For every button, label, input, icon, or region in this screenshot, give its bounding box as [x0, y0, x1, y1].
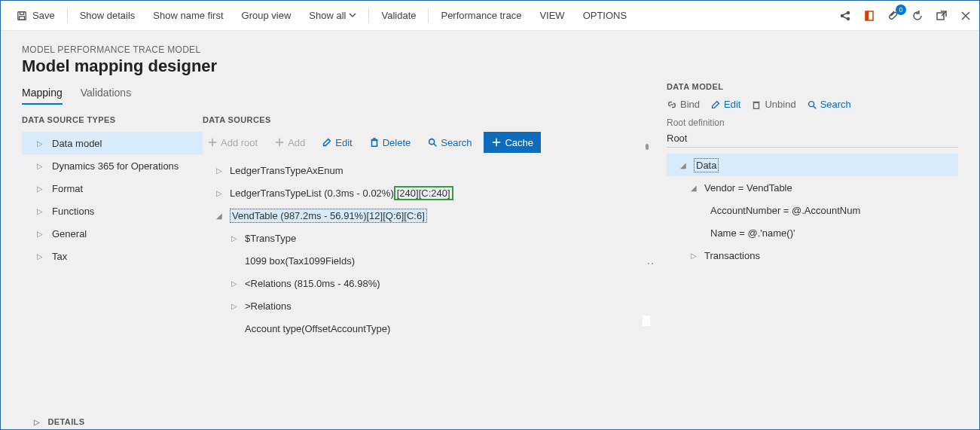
chevron-right-icon: ▷ — [215, 189, 224, 197]
chevron-right-icon: ▷ — [215, 166, 224, 175]
svg-rect-2 — [20, 16, 25, 19]
show-name-first-button[interactable]: Show name first — [144, 1, 232, 31]
splitter-handle[interactable]: ⋮ — [651, 258, 653, 269]
dm-edit-button[interactable]: Edit — [710, 99, 740, 110]
view-button[interactable]: VIEW — [530, 1, 573, 31]
rootdef-label: Root definition — [667, 117, 958, 128]
attachments-icon[interactable]: 0 — [886, 8, 901, 23]
types-header: DATA SOURCE TYPES — [22, 115, 203, 124]
chevron-down-icon: ◢ — [215, 212, 224, 220]
dm-row[interactable]: ▷Transactions — [667, 244, 958, 267]
tree-row[interactable]: ▷<Relations (815.0ms - 46.98%) — [203, 272, 653, 294]
save-label: Save — [32, 10, 55, 21]
dm-row[interactable]: ◢Vendor = VendTable — [667, 176, 958, 199]
tree-row[interactable]: ▷$TransType — [203, 227, 653, 249]
search-button[interactable] — [636, 1, 654, 31]
unbind-button[interactable]: Unbind — [751, 99, 795, 110]
save-button[interactable]: Save — [7, 1, 64, 31]
chevron-down-icon: ◢ — [679, 161, 688, 169]
svg-rect-19 — [371, 140, 377, 146]
chevron-right-icon: ▷ — [230, 302, 239, 310]
performance-trace-button[interactable]: Performance trace — [432, 1, 530, 31]
chevron-right-icon: ▷ — [230, 234, 239, 242]
top-toolbar: Save Show details Show name first Group … — [1, 1, 979, 31]
sources-tree: ▷LedgerTransTypeAxEnum ▷LedgerTransTypeL… — [203, 159, 653, 340]
office-icon[interactable] — [862, 8, 877, 23]
refresh-icon[interactable] — [910, 8, 925, 23]
dm-row[interactable]: Name = @.'name()' — [667, 221, 958, 244]
chevron-right-icon: ▷ — [37, 230, 44, 238]
show-details-button[interactable]: Show details — [71, 1, 145, 31]
save-icon — [16, 10, 28, 22]
svg-rect-26 — [754, 102, 759, 108]
tree-row[interactable]: 1099 box(Tax1099Fields) — [203, 249, 653, 272]
chevron-right-icon: ▷ — [37, 162, 44, 170]
page-title: Model mapping designer — [22, 56, 961, 76]
breadcrumb: MODEL PERFORMANCE TRACE MODEL — [22, 44, 961, 55]
trace-highlight: [240][C:240] — [394, 186, 453, 200]
svg-line-8 — [843, 13, 847, 15]
sources-search-button[interactable]: Search — [423, 132, 476, 153]
datamodel-header: DATA MODEL — [667, 82, 958, 91]
chevron-right-icon: ▷ — [37, 185, 44, 193]
datamodel-tree: ◢Data ◢Vendor = VendTable AccountNumber … — [667, 154, 958, 267]
type-format[interactable]: ▷Format — [22, 177, 203, 200]
tab-mapping[interactable]: Mapping — [22, 82, 63, 105]
type-functions[interactable]: ▷Functions — [22, 200, 203, 222]
chevron-right-icon: ▷ — [37, 207, 44, 215]
dm-row-data[interactable]: ◢Data — [667, 154, 958, 176]
dm-row[interactable]: AccountNumber = @.AccountNum — [667, 199, 958, 221]
chevron-right-icon: ▷ — [37, 252, 44, 261]
validate-button[interactable]: Validate — [372, 1, 425, 31]
rootdef-value[interactable]: Root — [667, 130, 958, 148]
tree-row[interactable]: ▷LedgerTransTypeList (0.3ms - 0.02%)[240… — [203, 181, 653, 204]
svg-point-28 — [808, 101, 814, 106]
dm-search-button[interactable]: Search — [807, 99, 851, 110]
group-view-button[interactable]: Group view — [233, 1, 301, 31]
type-data-model[interactable]: ▷Data model — [22, 132, 203, 154]
scrollbar-placeholder — [643, 316, 650, 326]
add-root-button[interactable]: Add root — [203, 132, 262, 153]
tabs: Mapping Validations — [22, 82, 653, 105]
options-button[interactable]: OPTIONS — [574, 1, 637, 31]
scrollbar-thumb[interactable] — [646, 144, 649, 150]
show-all-button[interactable]: Show all — [300, 1, 365, 31]
add-button[interactable]: Add — [270, 132, 310, 153]
chevron-right-icon: ▷ — [34, 418, 40, 426]
tree-row[interactable]: ▷LedgerTransTypeAxEnum — [203, 159, 653, 181]
badge-count: 0 — [896, 5, 906, 15]
tree-row[interactable]: ▷>Relations — [203, 294, 653, 317]
tree-row[interactable]: Account type(OffsetAccountType) — [203, 317, 653, 340]
svg-point-22 — [429, 139, 435, 145]
chevron-down-icon — [349, 10, 356, 21]
close-icon[interactable] — [958, 8, 973, 23]
type-tax[interactable]: ▷Tax — [22, 245, 203, 267]
sources-header: DATA SOURCES — [203, 115, 653, 124]
type-general[interactable]: ▷General — [22, 222, 203, 245]
type-dynamics365[interactable]: ▷Dynamics 365 for Operations — [22, 154, 203, 177]
tab-validations[interactable]: Validations — [81, 82, 131, 105]
popout-icon[interactable] — [934, 8, 949, 23]
bind-button[interactable]: Bind — [667, 99, 700, 110]
svg-line-29 — [813, 105, 816, 108]
chevron-right-icon: ▷ — [37, 139, 44, 148]
chevron-down-icon: ◢ — [689, 184, 698, 192]
type-list: ▷Data model ▷Dynamics 365 for Operations… — [22, 132, 203, 267]
delete-button[interactable]: Delete — [365, 132, 416, 153]
svg-rect-1 — [20, 11, 23, 14]
chevron-right-icon: ▷ — [230, 279, 239, 288]
connector-icon[interactable] — [838, 8, 853, 23]
edit-button[interactable]: Edit — [317, 132, 356, 153]
svg-line-9 — [843, 17, 847, 19]
svg-line-23 — [434, 144, 437, 147]
chevron-right-icon: ▷ — [689, 252, 698, 260]
svg-rect-11 — [866, 11, 869, 20]
details-toggle[interactable]: ▷DETAILS — [22, 413, 653, 429]
tree-row-selected[interactable]: ◢VendTable (987.2ms - 56.91%)[12][Q:6][C… — [203, 204, 653, 227]
cache-button[interactable]: Cache — [484, 132, 541, 153]
